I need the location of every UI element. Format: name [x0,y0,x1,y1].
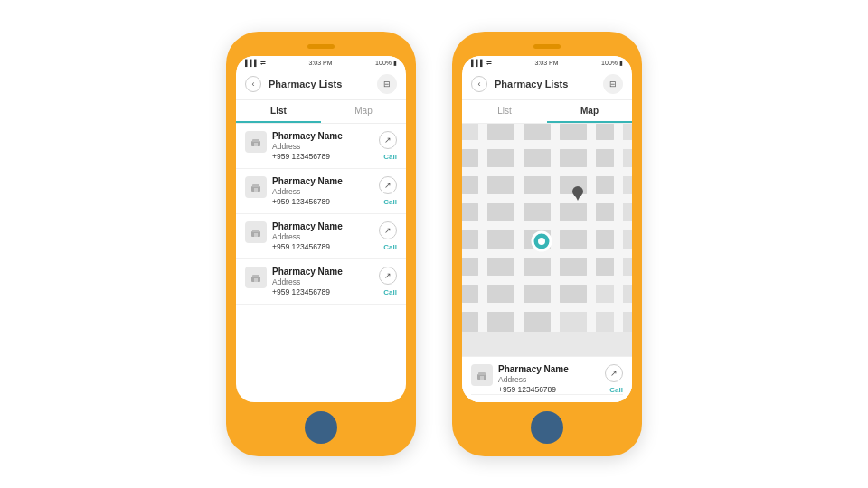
svg-rect-21 [514,124,524,332]
store-icon-0 [250,136,261,147]
pharmacy-phone-0: +959 123456789 [272,152,373,161]
pharmacy-actions-2: ↗ Call [379,221,397,251]
map-svg [462,124,632,332]
scene: ▌▌▌ ⇌ 3:03 PM 100% ▮ ‹ Pharmacy Lists ⊟ … [0,0,868,488]
svg-rect-49 [462,258,478,276]
svg-point-64 [538,238,545,245]
svg-rect-11 [254,278,258,282]
popup-address: Address [498,375,599,384]
svg-rect-28 [596,124,614,140]
pharmacy-actions-1: ↗ Call [379,176,397,206]
svg-rect-57 [560,285,587,303]
signal-2: ▌▌▌ ⇌ [471,60,492,67]
call-button-3[interactable]: Call [383,288,397,296]
svg-rect-40 [487,203,514,221]
tabs-2: List Map [462,100,632,124]
nav-button-1[interactable]: ↗ [379,176,397,194]
tabs-1: List Map [236,100,406,124]
pharmacy-name-1: Pharmacy Name [272,176,373,186]
home-button-2[interactable] [531,411,563,444]
svg-rect-36 [524,176,551,194]
svg-rect-34 [462,176,478,194]
app-header-2: ‹ Pharmacy Lists ⊟ [462,69,632,100]
wifi-icon: ⇌ [260,60,266,67]
call-button-1[interactable]: Call [383,198,397,206]
svg-rect-20 [478,124,487,332]
svg-rect-33 [596,149,614,167]
popup-nav-button[interactable]: ↗ [605,364,623,382]
svg-rect-58 [462,312,478,332]
pharmacy-icon-1 [245,176,267,198]
tab-list-1[interactable]: List [236,100,321,123]
svg-rect-32 [560,149,587,167]
tab-map-1[interactable]: Map [321,100,406,123]
svg-rect-16 [462,221,632,230]
battery-1: 100% ▮ [375,60,397,67]
popup-info: Pharmacy Name Address +959 123456789 [498,364,599,394]
home-button-1[interactable] [305,411,337,444]
svg-rect-39 [462,203,478,221]
svg-rect-45 [487,230,514,249]
battery-pct-2: 100% [601,60,618,66]
svg-rect-42 [560,203,587,221]
map-container[interactable]: Pharmacy Name Address +959 123456789 ↗ C… [462,124,632,402]
back-button-1[interactable]: ‹ [245,76,261,92]
pharmacy-info-0: Pharmacy Name Address +959 123456789 [272,131,373,161]
tab-list-2[interactable]: List [462,100,547,123]
svg-rect-27 [560,124,587,140]
svg-rect-35 [487,176,514,194]
pharmacy-address-1: Address [272,187,373,196]
screen-list: ▌▌▌ ⇌ 3:03 PM 100% ▮ ‹ Pharmacy Lists ⊟ … [236,56,406,402]
pharmacy-phone-2: +959 123456789 [272,242,373,251]
svg-rect-44 [462,230,478,249]
svg-rect-56 [524,285,551,303]
list-item: Pharmacy Name Address +959 123456789 ↗ C… [236,124,406,169]
nav-button-3[interactable]: ↗ [379,267,397,285]
pharmacy-phone-1: +959 123456789 [272,197,373,206]
phone-map: ▌▌▌ ⇌ 3:03 PM 100% ▮ ‹ Pharmacy Lists ⊟ … [452,32,642,456]
map-popup: Pharmacy Name Address +959 123456789 ↗ C… [462,356,632,402]
popup-item: Pharmacy Name Address +959 123456789 ↗ C… [471,364,623,395]
svg-rect-48 [596,230,614,249]
nav-button-0[interactable]: ↗ [379,131,397,149]
list-item: Pharmacy Name Address +959 123456789 ↗ C… [236,259,406,305]
pharmacy-name-2: Pharmacy Name [272,221,373,231]
filter-button-1[interactable]: ⊟ [377,74,397,94]
wifi-icon-2: ⇌ [486,60,492,67]
pharmacy-phone-3: +959 123456789 [272,287,373,296]
svg-rect-1 [252,139,259,142]
svg-rect-31 [524,149,551,167]
battery-icon-2: ▮ [619,60,623,67]
list-item: Pharmacy Name Address +959 123456789 ↗ C… [236,169,406,214]
pharmacy-list: Pharmacy Name Address +959 123456789 ↗ C… [236,124,406,402]
call-button-0[interactable]: Call [383,153,397,161]
signal-bars: ▌▌▌ [245,60,259,66]
status-bar-1: ▌▌▌ ⇌ 3:03 PM 100% ▮ [236,56,406,69]
filter-button-2[interactable]: ⊟ [603,74,623,94]
svg-rect-23 [587,124,596,332]
svg-rect-55 [487,285,514,303]
nav-button-2[interactable]: ↗ [379,221,397,239]
popup-icon [471,364,493,386]
screen-map: ▌▌▌ ⇌ 3:03 PM 100% ▮ ‹ Pharmacy Lists ⊟ … [462,56,632,402]
header-title-1: Pharmacy Lists [261,79,377,89]
signal-1: ▌▌▌ ⇌ [245,60,266,67]
popup-call-button[interactable]: Call [609,386,623,394]
popup-actions: ↗ Call [605,364,623,394]
pharmacy-address-0: Address [272,142,373,151]
call-button-2[interactable]: Call [383,243,397,251]
store-icon-3 [250,272,261,283]
svg-rect-14 [462,167,632,176]
pharmacy-address-3: Address [272,277,373,286]
back-button-2[interactable]: ‹ [471,76,487,92]
svg-rect-30 [487,149,514,167]
svg-rect-24 [614,124,623,332]
tab-map-2[interactable]: Map [547,100,632,123]
speaker-1 [307,44,335,49]
time-1: 3:03 PM [308,60,332,66]
pharmacy-info-2: Pharmacy Name Address +959 123456789 [272,221,373,251]
svg-rect-18 [462,276,632,285]
pharmacy-info-1: Pharmacy Name Address +959 123456789 [272,176,373,206]
list-item: Pharmacy Name Address +959 123456789 ↗ C… [236,214,406,259]
pharmacy-info-3: Pharmacy Name Address +959 123456789 [272,267,373,296]
